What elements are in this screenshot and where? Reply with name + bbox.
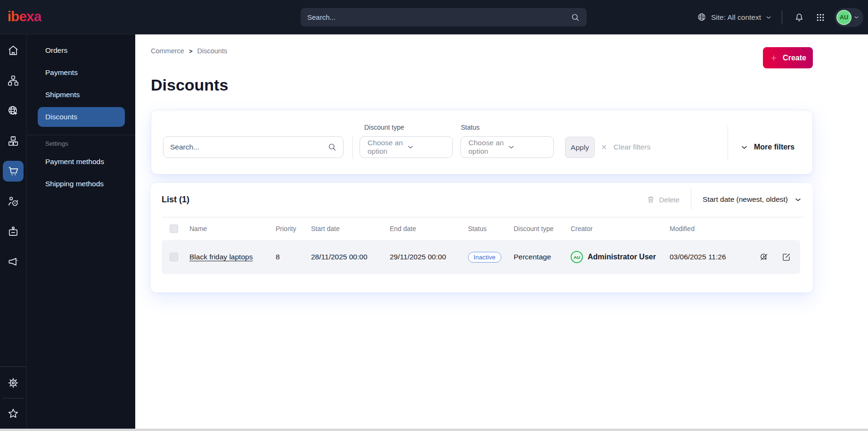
settings-section-label: Settings	[27, 140, 135, 147]
sidebar-item-home[interactable]	[3, 40, 24, 61]
discount-type-select[interactable]: Choose an option	[360, 136, 453, 158]
id-badge-icon	[7, 225, 19, 238]
bell-icon	[794, 12, 804, 23]
menu-item-shipments[interactable]: Shipments	[38, 85, 125, 105]
priority-value: 8	[276, 253, 311, 261]
discount-type-value: Percentage	[514, 253, 571, 261]
sidebar-item-products[interactable]	[3, 131, 24, 151]
clear-filters-label: Clear filters	[614, 143, 650, 151]
row-actions	[750, 252, 800, 262]
creator-name: Administrator User	[588, 253, 656, 261]
sidebar-item-audience[interactable]	[3, 191, 24, 212]
site-context-selector[interactable]: Site: All context	[697, 12, 772, 22]
menu-item-payment-methods[interactable]: Payment methods	[38, 152, 125, 172]
cart-icon	[7, 165, 19, 177]
sidebar-item-bookmarks[interactable]	[3, 403, 24, 424]
filter-search[interactable]	[163, 136, 344, 158]
chevron-down-icon	[853, 14, 860, 20]
status-label: Status	[461, 124, 480, 131]
preview-disabled-icon[interactable]	[759, 252, 769, 262]
commerce-submenu: Orders Payments Shipments Discounts Sett…	[26, 34, 135, 429]
person-target-icon	[7, 195, 19, 207]
column-header-creator[interactable]: Creator	[571, 225, 670, 232]
column-header-status[interactable]: Status	[468, 225, 514, 232]
topbar-divider	[782, 10, 782, 25]
chevron-down-icon	[407, 143, 446, 151]
clear-filters-button[interactable]: Clear filters	[600, 136, 650, 158]
menu-item-payments[interactable]: Payments	[38, 63, 125, 83]
breadcrumb-item-discounts[interactable]: Discounts	[197, 47, 228, 55]
user-menu[interactable]: AU	[835, 8, 863, 27]
menu-item-label: Discounts	[45, 113, 77, 121]
icon-rail	[0, 34, 26, 429]
menu-item-label: Shipments	[45, 91, 80, 99]
sidebar-item-user-badge[interactable]	[3, 221, 24, 242]
status-select[interactable]: Choose an option	[460, 136, 554, 158]
chevron-down-icon	[794, 196, 802, 204]
column-header-modified[interactable]: Modified	[670, 225, 750, 232]
sitemap-icon	[7, 75, 19, 87]
megaphone-icon	[7, 256, 19, 268]
trash-icon	[647, 195, 655, 204]
create-button[interactable]: Create	[763, 47, 813, 68]
select-all-checkbox[interactable]	[170, 224, 178, 233]
notifications-button[interactable]	[792, 10, 806, 25]
sidebar-item-site-context[interactable]	[3, 100, 24, 121]
menu-item-discounts[interactable]: Discounts	[38, 107, 125, 127]
search-icon	[328, 142, 337, 152]
globe-icon	[697, 12, 707, 22]
column-header-start-date[interactable]: Start date	[311, 225, 390, 232]
global-search[interactable]	[301, 8, 587, 26]
search-icon[interactable]	[571, 13, 580, 22]
app-window: ibexa Site: All context	[0, 0, 868, 431]
column-header-name[interactable]: Name	[189, 225, 276, 232]
edit-icon[interactable]	[781, 252, 791, 262]
sidebar-item-commerce[interactable]	[3, 161, 24, 182]
menu-item-label: Payments	[45, 68, 78, 77]
sidebar-item-campaigns[interactable]	[3, 251, 24, 272]
menu-item-shipping-methods[interactable]: Shipping methods	[38, 174, 125, 194]
sort-dropdown[interactable]: Start date (newest, oldest)	[703, 195, 802, 204]
filters-panel: Discount type Choose an option Status Ch…	[151, 110, 813, 174]
start-date-value: 28/11/2025 00:00	[311, 253, 390, 261]
end-date-value: 29/11/2025 00:00	[390, 253, 468, 261]
user-avatar: AU	[836, 10, 852, 25]
filter-search-input[interactable]	[164, 143, 328, 151]
breadcrumb-item-commerce[interactable]: Commerce	[151, 47, 184, 55]
star-icon	[7, 407, 19, 420]
column-header-end-date[interactable]: End date	[390, 225, 468, 232]
gear-icon	[7, 377, 19, 389]
main-content: Commerce > Discounts Create Discounts	[135, 34, 868, 429]
sort-label: Start date (newest, oldest)	[703, 195, 788, 204]
ibexa-logo[interactable]: ibexa	[8, 8, 41, 25]
more-filters-button[interactable]: More filters	[740, 136, 794, 158]
plus-icon	[770, 54, 778, 62]
table-row: Black friday laptops 8 28/11/2025 00:00 …	[162, 240, 800, 274]
row-checkbox[interactable]	[170, 253, 178, 261]
sidebar-item-site-structure[interactable]	[3, 70, 24, 91]
column-header-priority[interactable]: Priority	[276, 225, 311, 232]
menu-item-label: Orders	[45, 46, 67, 55]
menu-item-label: Shipping methods	[45, 180, 104, 188]
globe-cursor-icon	[7, 105, 19, 117]
delete-button[interactable]: Delete	[647, 195, 680, 204]
clear-x-icon	[600, 143, 608, 151]
apply-button[interactable]: Apply	[565, 137, 595, 158]
filter-divider	[352, 135, 353, 159]
global-search-input[interactable]	[301, 13, 571, 21]
grid-dots-icon	[816, 13, 825, 22]
discounts-list-panel: List (1) Delete Start date (newest, olde…	[151, 183, 813, 292]
menu-item-orders[interactable]: Orders	[38, 41, 125, 60]
menu-divider	[27, 135, 135, 135]
page-title: Discounts	[151, 76, 228, 94]
home-icon	[7, 44, 19, 57]
chevron-down-icon	[740, 143, 748, 151]
topbar-right: Site: All context	[697, 0, 863, 34]
discount-type-label: Discount type	[364, 124, 404, 131]
sidebar-item-settings[interactable]	[3, 373, 24, 393]
app-switcher-button[interactable]	[813, 10, 827, 25]
discount-name-link[interactable]: Black friday laptops	[189, 253, 253, 261]
column-header-discount-type[interactable]: Discount type	[514, 225, 571, 232]
creator-cell: AU Administrator User	[571, 251, 670, 263]
rail-bottom	[0, 366, 26, 429]
